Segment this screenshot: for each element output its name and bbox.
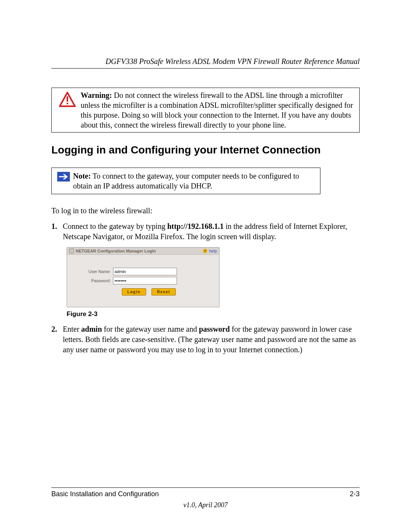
steps-list-2: 2. Enter admin for the gateway user name… [51, 324, 360, 355]
figure-caption: Figure 2-3 [67, 310, 360, 318]
note-text: Note: To connect to the gateway, your co… [73, 171, 316, 191]
note-icon [54, 171, 73, 182]
warning-icon [54, 90, 81, 107]
help-link[interactable]: ? help [203, 249, 217, 253]
username-label: User Name: [75, 269, 113, 274]
svg-rect-1 [67, 96, 68, 102]
intro-text: To log in to the wireless firewall: [51, 206, 360, 216]
section-heading: Logging in and Configuring your Internet… [51, 144, 360, 156]
note-body: To connect to the gateway, your computer… [73, 172, 299, 190]
note-box: Note: To connect to the gateway, your co… [51, 168, 320, 194]
step-2-password: password [199, 325, 230, 333]
note-lead: Note: [73, 172, 91, 180]
login-screenshot-figure: NETGEAR Configuration Manager Login ? he… [67, 247, 360, 307]
step-1-url: http://192.168.1.1 [167, 222, 223, 230]
footer-page-number: 2-3 [350, 490, 360, 498]
footer-section: Basic Installation and Configuration [51, 490, 159, 498]
login-title: NETGEAR Configuration Manager Login [76, 249, 156, 253]
step-1-body: Connect to the gateway by typing http://… [63, 221, 360, 242]
password-row: Password: [75, 277, 212, 284]
step-2-admin: admin [81, 325, 102, 333]
page: DGFV338 ProSafe Wireless ADSL Modem VPN … [0, 0, 411, 532]
warning-lead: Warning: [81, 91, 112, 99]
reset-button[interactable]: Reset [151, 288, 176, 296]
password-input[interactable] [113, 277, 177, 284]
warning-text: Warning: Do not connect the wireless fir… [81, 90, 355, 130]
warning-box: Warning: Do not connect the wireless fir… [51, 88, 360, 133]
step-number: 2. [51, 324, 63, 355]
step-2-body: Enter admin for the gateway user name an… [63, 324, 360, 355]
svg-rect-2 [67, 103, 68, 104]
help-label: help [209, 249, 217, 253]
steps-list: 1. Connect to the gateway by typing http… [51, 221, 360, 242]
password-label: Password: [75, 278, 113, 283]
warning-body: Do not connect the wireless firewall to … [81, 91, 353, 129]
login-button[interactable]: Login [122, 288, 147, 296]
footer-version: v1.0, April 2007 [51, 501, 360, 509]
login-body: User Name: Password: Login Reset [67, 255, 219, 307]
collapse-icon[interactable] [69, 249, 74, 253]
step-2: 2. Enter admin for the gateway user name… [51, 324, 360, 355]
page-footer: Basic Installation and Configuration 2-3… [51, 487, 360, 509]
help-icon: ? [203, 249, 207, 253]
button-row: Login Reset [75, 288, 212, 296]
running-header: DGFV338 ProSafe Wireless ADSL Modem VPN … [51, 57, 360, 69]
step-1: 1. Connect to the gateway by typing http… [51, 221, 360, 242]
username-input[interactable] [113, 268, 177, 275]
login-card: NETGEAR Configuration Manager Login ? he… [67, 247, 220, 307]
step-number: 1. [51, 221, 63, 242]
login-header: NETGEAR Configuration Manager Login ? he… [67, 248, 219, 255]
username-row: User Name: [75, 268, 212, 275]
